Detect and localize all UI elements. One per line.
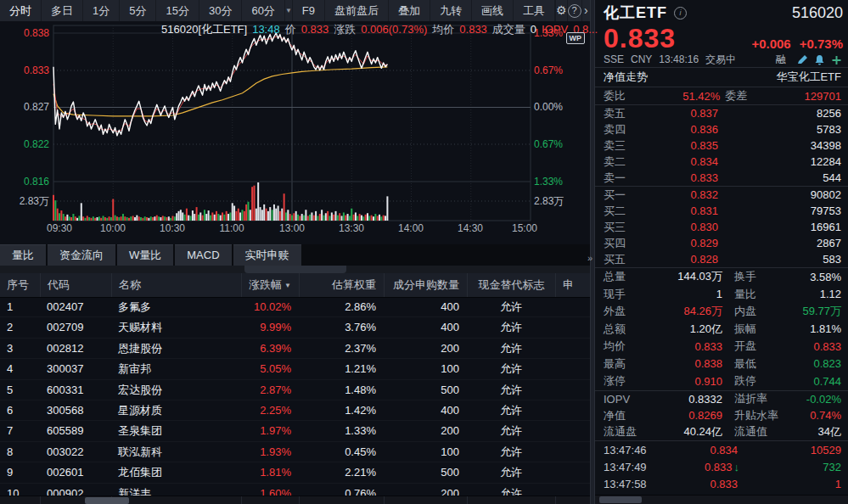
- bid-row-3[interactable]: 买三0.83016961: [595, 219, 848, 235]
- tick-row[interactable]: 13:47:460.83410529: [595, 441, 848, 458]
- weibi-label: 委比: [604, 88, 626, 104]
- tab-w-volume-ratio[interactable]: W量比: [117, 244, 173, 266]
- cell-cashflag: 允许: [467, 421, 555, 440]
- tab-volume-ratio[interactable]: 量比: [0, 244, 46, 266]
- ask-row-2[interactable]: 卖二0.83412284: [595, 154, 848, 170]
- table-row[interactable]: 3002812恩捷股份6.39%2.37%200允许: [0, 339, 590, 359]
- tick-price: 0.833: [710, 478, 738, 490]
- collapse-strip: »: [0, 266, 590, 273]
- scrollbar-thumb[interactable]: [85, 497, 129, 504]
- toolbar-item-f9[interactable]: F9: [293, 0, 325, 21]
- bid-row-5[interactable]: 买五0.828583: [595, 251, 848, 267]
- table-h-scrollbar[interactable]: [0, 496, 590, 504]
- ask-row-1[interactable]: 卖一0.833544: [595, 170, 848, 186]
- toolbar-item-30min[interactable]: 30分: [199, 0, 242, 21]
- cell-qty: 100: [384, 442, 467, 462]
- tick-row[interactable]: 13:47:580.8331: [595, 475, 848, 492]
- table-row[interactable]: 2002709天赐材料9.99%3.76%400允许: [0, 317, 590, 338]
- ask-label: 卖二: [604, 154, 637, 170]
- col-header-name[interactable]: 名称: [111, 273, 241, 297]
- y-axis-label: 0.838: [0, 27, 49, 39]
- intraday-chart[interactable]: 516020[化工ETF]13:48价0.833涨跌0.006(0.73%)均价…: [0, 21, 590, 240]
- tab-realtime-subscription[interactable]: 实时申赎: [233, 244, 301, 266]
- ask-price: 0.833: [637, 171, 718, 184]
- toolbar-item-timeshare[interactable]: 分时: [0, 0, 42, 21]
- cell-code: 002601: [40, 462, 111, 482]
- table-row[interactable]: 9002601龙佰集团1.81%2.21%500允许: [0, 462, 590, 483]
- price-label: 价: [285, 23, 296, 36]
- bid-row-4[interactable]: 买四0.8292867: [595, 235, 848, 251]
- float-row: 流通盘40.24亿流通值34亿: [595, 424, 848, 441]
- ask-row-3[interactable]: 卖三0.83534398: [595, 137, 848, 154]
- toolbar-item-multiday[interactable]: 多日: [42, 0, 83, 21]
- toolbar-item-15min[interactable]: 15分: [156, 0, 199, 21]
- quote-header: 化工ETF i 516020 0.833 +0.006+0.73% SSE CN…: [595, 0, 848, 67]
- add-plus-icon[interactable]: [830, 54, 843, 65]
- col-header-code[interactable]: 代码: [40, 273, 111, 297]
- cell-seq: 7: [0, 421, 40, 440]
- chart-code-name: 516020[化工ETF]: [161, 23, 247, 36]
- table-row[interactable]: 6300568星源材质2.25%1.42%400允许: [0, 400, 590, 421]
- chevron-down-icon[interactable]: ▼: [285, 0, 293, 21]
- stat-row: 最高0.838最低0.823: [595, 356, 848, 373]
- toolbar-item-1min[interactable]: 1分: [83, 0, 120, 21]
- cell-weight: 1.48%: [299, 380, 384, 400]
- expand-right-icon[interactable]: »: [587, 253, 592, 263]
- scrollbar-thumb[interactable]: [599, 496, 642, 503]
- bid-row-1[interactable]: 买一0.83290802: [595, 187, 848, 203]
- toolbar-item-5min[interactable]: 5分: [120, 0, 156, 21]
- wp-widget-icon[interactable]: WP: [566, 32, 586, 44]
- col-header-cashflag[interactable]: 现金替代标志: [467, 273, 555, 297]
- table-row[interactable]: 1002407多氟多10.02%2.86%400允许: [0, 297, 590, 317]
- cell-seq: 4: [0, 359, 40, 378]
- toolbar-item-overlay[interactable]: 叠加: [389, 0, 430, 21]
- nav-trend-row[interactable]: 净值走势 华宝化工ETF: [595, 68, 848, 87]
- bid-label: 买三: [604, 220, 637, 235]
- bid-qty: 583: [718, 253, 841, 266]
- cell-qty: 500: [384, 380, 467, 400]
- col-header-weight[interactable]: 估算权重: [299, 273, 384, 297]
- toolbar-item-drawline[interactable]: 画线: [472, 0, 514, 21]
- tab-macd[interactable]: MACD: [175, 244, 231, 266]
- cell-cashflag: 允许: [467, 359, 555, 378]
- bid-qty: 90802: [718, 188, 841, 201]
- gear-icon[interactable]: ⚙: [555, 0, 567, 21]
- quote-h-scrollbar[interactable]: [595, 495, 848, 504]
- tab-money-flow[interactable]: 资金流向: [48, 244, 115, 266]
- toolbar-item-tools[interactable]: 工具: [514, 0, 555, 21]
- y-axis-label: 0.827: [0, 101, 49, 113]
- table-row[interactable]: 5600331宏达股份2.87%1.48%500允许: [0, 380, 590, 400]
- table-row[interactable]: 7605589圣泉集团1.97%1.33%200允许: [0, 421, 590, 441]
- ask-row-4[interactable]: 卖四0.8365783: [595, 121, 848, 137]
- col-header-qty[interactable]: 成分申购数量: [384, 273, 467, 297]
- table-row[interactable]: 4300037新宙邦5.05%1.21%100允许: [0, 359, 590, 379]
- chart-toolbar: 分时 多日 1分 5分 15分 30分 60分 ▼ F9 盘前盘后 叠加 九转 …: [0, 0, 590, 22]
- cell-qty: 400: [384, 317, 467, 337]
- cell-weight: 0.45%: [299, 442, 384, 462]
- cell-weight: 3.76%: [299, 317, 384, 337]
- help-icon[interactable]: ?: [567, 0, 581, 21]
- cell-qty: 500: [384, 462, 467, 482]
- weicha-label: 委差: [725, 88, 747, 104]
- ask-row-5[interactable]: 卖五0.8378256: [595, 105, 848, 121]
- col-header-change[interactable]: 涨跌幅▼: [241, 273, 299, 297]
- panel-collapse-handle[interactable]: »: [244, 266, 346, 273]
- info-icon[interactable]: i: [674, 7, 687, 20]
- cell-cashflag: 允许: [467, 339, 555, 358]
- edit-pencil-icon[interactable]: [796, 54, 809, 65]
- table-row[interactable]: 8003022联泓新科1.93%0.45%100允许: [0, 442, 590, 462]
- bid-row-2[interactable]: 买二0.83179753: [595, 203, 848, 219]
- alert-bell-icon[interactable]: [813, 54, 826, 65]
- chart-canvas[interactable]: [0, 21, 590, 240]
- y-axis-label-right: 0.67%: [534, 138, 587, 150]
- toolbar-item-60min[interactable]: 60分: [242, 0, 284, 21]
- toolbar-item-premarket[interactable]: 盘前盘后: [325, 0, 389, 21]
- col-header-truncated[interactable]: 申: [555, 273, 590, 297]
- bid-qty: 16961: [718, 221, 841, 233]
- tick-row[interactable]: 13:47:490.833↓732: [595, 458, 848, 475]
- col-header-seq[interactable]: 序号: [0, 273, 40, 297]
- chevron-right-icon[interactable]: ›: [581, 0, 590, 21]
- nav-row: 净值0.8269升贴水率0.74%: [595, 407, 848, 424]
- toolbar-item-nineturn[interactable]: 九转: [430, 0, 472, 21]
- bid-label: 买五: [604, 252, 637, 267]
